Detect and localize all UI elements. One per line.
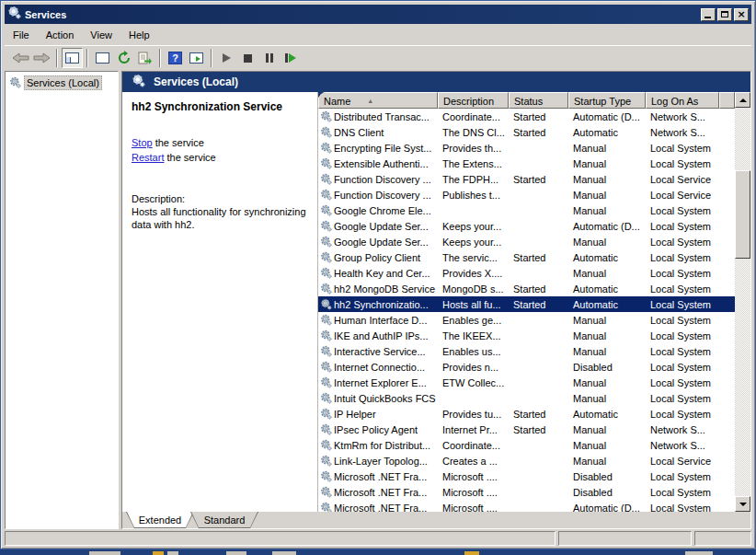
main-area: Services (Local) Services (Local) bbox=[5, 71, 751, 529]
service-cell: IKE and AuthIP IPs... bbox=[318, 330, 438, 341]
banner-gear-icon bbox=[132, 74, 145, 90]
column-header-description[interactable]: Description bbox=[438, 92, 509, 109]
service-gear-icon bbox=[320, 376, 332, 388]
column-header-log-on-as[interactable]: Log On As bbox=[646, 92, 719, 109]
service-row[interactable]: Intuit QuickBooks FCSManualLocal System bbox=[318, 390, 735, 406]
show-console-tree-icon[interactable] bbox=[62, 48, 83, 68]
service-cell: Keeps your... bbox=[438, 221, 509, 232]
service-cell: Local System bbox=[646, 315, 719, 326]
service-row[interactable]: Extensible Authenti...The Extens...Manua… bbox=[318, 156, 735, 171]
vertical-scrollbar[interactable] bbox=[735, 92, 750, 512]
service-row[interactable]: Function Discovery ...The FDPH...Started… bbox=[318, 171, 735, 187]
menu-file[interactable]: File bbox=[5, 28, 38, 42]
help-icon[interactable]: ? bbox=[165, 48, 186, 68]
tree-item-services-local[interactable]: Services (Local) bbox=[7, 75, 116, 90]
app-gear-icon bbox=[7, 6, 21, 23]
service-row[interactable]: Encrypting File Syst...Provides th...Man… bbox=[318, 140, 735, 156]
toolbar: ? bbox=[5, 45, 751, 70]
service-gear-icon bbox=[320, 283, 332, 295]
service-gear-icon bbox=[320, 455, 332, 467]
service-row[interactable]: Microsoft .NET Fra...Microsoft ....Disab… bbox=[318, 484, 735, 500]
service-cell: Manual bbox=[568, 237, 646, 248]
pause-service-icon[interactable] bbox=[258, 48, 280, 68]
service-row[interactable]: Google Update Ser...Keeps your...Automat… bbox=[318, 218, 735, 234]
column-header-startup-type[interactable]: Startup Type bbox=[568, 92, 646, 109]
service-cell: Coordinate... bbox=[438, 440, 509, 451]
service-cell: Local Service bbox=[646, 456, 719, 467]
maximize-button[interactable] bbox=[717, 8, 732, 21]
service-cell: Local System bbox=[646, 377, 719, 388]
stop-service-icon[interactable] bbox=[237, 48, 258, 68]
services-view-panel: Services (Local) hh2 Synchronization Ser… bbox=[121, 71, 751, 529]
column-header-status[interactable]: Status bbox=[509, 92, 568, 109]
service-cell: Manual bbox=[568, 190, 646, 201]
service-cell: Manual bbox=[568, 268, 646, 279]
service-row[interactable]: Microsoft .NET Fra...Microsoft ....Autom… bbox=[318, 500, 735, 512]
service-row[interactable]: Group Policy ClientThe servic...StartedA… bbox=[318, 249, 735, 265]
service-cell: Microsoft .NET Fra... bbox=[318, 486, 438, 498]
service-row[interactable]: Interactive Service...Enables us...Manua… bbox=[318, 343, 735, 359]
toolbar-separator bbox=[159, 49, 161, 67]
service-row[interactable]: Distributed Transac...Coordinate...Start… bbox=[318, 109, 735, 124]
close-button[interactable]: × bbox=[734, 8, 749, 21]
service-cell: Started bbox=[509, 252, 568, 263]
extended-view-icon[interactable] bbox=[186, 48, 207, 68]
back-icon[interactable] bbox=[10, 48, 31, 68]
tab-standard[interactable]: Standard bbox=[190, 512, 258, 528]
service-cell: Provides th... bbox=[438, 143, 509, 154]
export-list-icon[interactable] bbox=[134, 48, 155, 68]
service-row[interactable]: Internet Explorer E...ETW Collec...Manua… bbox=[318, 375, 735, 390]
selected-service-title: hh2 Synchronization Service bbox=[132, 100, 308, 113]
service-cell: Local System bbox=[646, 221, 719, 232]
service-row[interactable]: Link-Layer Topolog...Creates a ...Manual… bbox=[318, 453, 735, 468]
service-cell: Started bbox=[509, 299, 568, 310]
service-cell: Local System bbox=[646, 409, 719, 420]
scrollbar-thumb[interactable] bbox=[735, 170, 750, 259]
service-row[interactable]: Internet Connectio...Provides n...Disabl… bbox=[318, 359, 735, 375]
service-row[interactable]: Human Interface D...Enables ge...ManualL… bbox=[318, 312, 735, 328]
service-row[interactable]: Google Update Ser...Keeps your...ManualL… bbox=[318, 234, 735, 249]
service-cell: Local System bbox=[646, 158, 719, 169]
service-cell: Creates a ... bbox=[438, 456, 509, 467]
service-row[interactable]: IPsec Policy AgentInternet Pr...StartedM… bbox=[318, 422, 735, 437]
service-cell: Microsoft .NET Fra... bbox=[318, 502, 438, 512]
service-cell: MongoDB s... bbox=[438, 283, 509, 295]
service-row[interactable]: Function Discovery ...Publishes t...Manu… bbox=[318, 187, 735, 202]
service-gear-icon bbox=[320, 502, 332, 512]
service-cell: Local System bbox=[646, 268, 719, 279]
stop-service-link[interactable]: Stop bbox=[132, 137, 153, 148]
forward-icon[interactable] bbox=[31, 48, 52, 68]
service-cell: Local System bbox=[646, 205, 719, 216]
service-cell: The IKEEX... bbox=[438, 330, 509, 341]
restart-service-line: Restart the service bbox=[132, 150, 308, 165]
service-row[interactable]: IKE and AuthIP IPs...The IKEEX...ManualL… bbox=[318, 328, 735, 343]
scroll-up-icon[interactable] bbox=[735, 92, 750, 108]
properties-icon[interactable] bbox=[92, 48, 113, 68]
minimize-button[interactable] bbox=[701, 8, 716, 21]
tab-extended[interactable]: Extended bbox=[126, 512, 194, 528]
service-row[interactable]: Microsoft .NET Fra...Microsoft ....Disab… bbox=[318, 468, 735, 484]
service-row[interactable]: DNS ClientThe DNS Cl...StartedAutomaticN… bbox=[318, 124, 735, 140]
restart-service-link[interactable]: Restart bbox=[132, 152, 164, 163]
menu-view[interactable]: View bbox=[82, 28, 120, 42]
restart-service-icon[interactable] bbox=[280, 48, 301, 68]
service-row[interactable]: KtmRm for Distribut...Coordinate...Manua… bbox=[318, 437, 735, 453]
menu-action[interactable]: Action bbox=[38, 28, 83, 42]
service-row[interactable]: Health Key and Cer...Provides X....Manua… bbox=[318, 265, 735, 281]
service-cell: Local System bbox=[646, 283, 719, 295]
start-service-icon[interactable] bbox=[216, 48, 237, 68]
service-gear-icon bbox=[320, 486, 332, 498]
title-bar[interactable]: Services × bbox=[5, 5, 751, 24]
column-header-name[interactable]: Name▲ bbox=[318, 92, 438, 109]
service-cell: Local System bbox=[646, 503, 719, 513]
service-row[interactable]: hh2 MongoDB ServiceMongoDB s...StartedAu… bbox=[318, 281, 735, 296]
service-gear-icon bbox=[320, 423, 332, 435]
service-row[interactable]: Google Chrome Ele...ManualLocal System bbox=[318, 202, 735, 218]
refresh-icon[interactable] bbox=[113, 48, 134, 68]
scroll-down-icon[interactable] bbox=[735, 496, 750, 512]
service-cell: Human Interface D... bbox=[318, 314, 438, 326]
description-text: Hosts all functionality for synchronizin… bbox=[132, 205, 312, 231]
service-row[interactable]: IP HelperProvides tu...StartedAutomaticL… bbox=[318, 406, 735, 422]
service-row[interactable]: hh2 Synchronizatio...Hosts all fu...Star… bbox=[318, 296, 735, 312]
menu-help[interactable]: Help bbox=[120, 28, 158, 42]
